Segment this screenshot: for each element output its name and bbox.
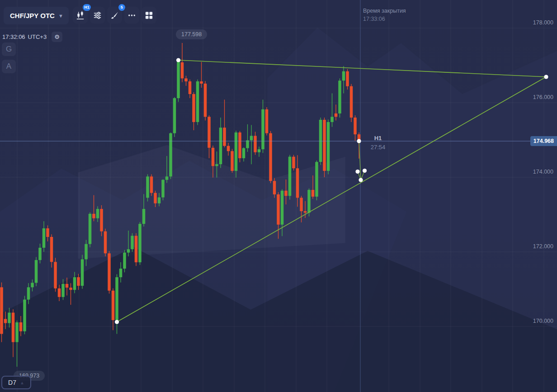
drawing-anchor-dot[interactable]	[115, 320, 119, 324]
candle-body	[27, 287, 30, 299]
sidebar-tool-a-button[interactable]: A	[2, 60, 16, 73]
candle-body	[350, 86, 353, 118]
candle-body	[204, 84, 207, 117]
candle-body	[184, 78, 188, 81]
candle-body	[104, 231, 107, 254]
candle-body	[250, 136, 253, 140]
chevron-down-icon: ▼	[58, 13, 63, 19]
drawing-anchor-dot[interactable]	[355, 170, 359, 174]
countdown-remaining: 27:54	[364, 144, 392, 150]
candle-body	[212, 148, 215, 166]
candle-body	[277, 194, 280, 225]
candle-body	[315, 162, 318, 197]
drawing-anchor-dot[interactable]	[359, 178, 363, 182]
candle-body	[165, 176, 169, 179]
candlestick-chart[interactable]: 178.000176.000174.000172.000170.000	[0, 0, 557, 392]
price-axis-label: 178.000	[533, 19, 553, 26]
candle-body	[273, 181, 276, 194]
candle-body	[31, 283, 34, 287]
countdown-timeframe: H1	[364, 135, 392, 141]
candle-body	[66, 284, 69, 288]
price-axis-label: 174.000	[533, 169, 553, 175]
candle-body	[119, 269, 123, 277]
trend-line-drawing[interactable]	[179, 60, 547, 77]
settings-button[interactable]: ⚙	[52, 32, 62, 42]
candle-body	[284, 191, 288, 196]
candle-body	[158, 198, 161, 203]
candle-body	[127, 249, 130, 252]
candle-body	[292, 157, 295, 169]
candle-body	[15, 322, 19, 342]
candle-body	[50, 237, 53, 262]
candle-body	[215, 164, 218, 166]
candle-body	[269, 133, 272, 181]
closing-time-value: 17:33:06	[363, 15, 406, 23]
candle-body	[4, 319, 7, 323]
layout-grid-button[interactable]	[142, 7, 156, 24]
price-axis-label: 172.000	[533, 243, 553, 250]
chart-type-button[interactable]: H1	[73, 7, 88, 24]
candle-body	[89, 214, 92, 244]
candle-body	[46, 228, 49, 237]
candle-body	[223, 128, 226, 146]
candle-body	[123, 253, 126, 269]
candle-body	[150, 176, 153, 193]
asset-selector-button[interactable]: CHF/JPY OTC ▼	[4, 7, 69, 24]
candle-body	[227, 146, 230, 151]
timeframe-selector-button[interactable]: D7 ▲	[1, 376, 31, 389]
price-axis-label: 176.000	[533, 94, 553, 100]
candle-body	[261, 109, 264, 149]
candle-body	[288, 157, 292, 196]
drawing-anchor-dot[interactable]	[176, 58, 180, 62]
candle-body	[12, 312, 15, 342]
candle-body	[281, 191, 284, 225]
sidebar-tool-g-button[interactable]: G	[2, 43, 16, 56]
candle-body	[354, 118, 357, 134]
candle-body	[100, 209, 103, 231]
candle-body	[61, 284, 65, 297]
indicators-button[interactable]	[90, 7, 105, 24]
candle-body	[323, 120, 326, 171]
candle-body	[69, 288, 72, 290]
closing-time-block: Время закрытия 17:33:06	[363, 7, 406, 23]
candle-body	[254, 136, 257, 152]
high-price-marker: 177.598	[176, 29, 207, 39]
candle-body	[96, 209, 99, 218]
timeframe-label: D7	[8, 379, 16, 386]
candle-body	[169, 133, 172, 177]
candle-body	[296, 168, 299, 198]
candle-body	[135, 236, 138, 263]
candle-body	[235, 132, 238, 171]
candle-body	[208, 117, 211, 147]
clock-time: 17:32:06	[2, 33, 25, 40]
server-clock: 17:32:06 UTC+3 ⚙	[2, 32, 62, 42]
candle-body	[219, 128, 222, 164]
candle-body	[54, 262, 57, 288]
more-button[interactable]	[124, 7, 139, 24]
candle-body	[231, 151, 234, 171]
candle-body	[81, 260, 84, 286]
candle-body	[300, 198, 303, 211]
candle-body	[335, 113, 338, 117]
ellipsis-icon	[127, 10, 137, 20]
candle-body	[173, 98, 176, 133]
current-price-badge: 174.968	[530, 136, 557, 146]
toolbar: CHF/JPY OTC ▼ H1 5	[4, 7, 160, 24]
candle-body	[92, 214, 95, 218]
candle-body	[258, 149, 261, 152]
candle-countdown: H1 27:54	[364, 135, 392, 150]
candle-body	[0, 287, 3, 334]
drawing-anchor-dot[interactable]	[357, 139, 361, 143]
candle-body	[304, 211, 307, 213]
candle-body	[196, 81, 199, 122]
clock-timezone: UTC+3	[28, 33, 47, 40]
drawing-tools-button[interactable]: 5	[107, 7, 122, 24]
candle-body	[319, 120, 322, 162]
grid-icon	[144, 10, 154, 20]
brush-icon	[110, 10, 119, 20]
drawing-anchor-dot[interactable]	[544, 75, 548, 79]
drawing-anchor-dot[interactable]	[363, 169, 367, 173]
candle-body	[35, 260, 38, 283]
candle-body	[189, 81, 192, 94]
candlestick-chart-icon	[76, 10, 85, 20]
